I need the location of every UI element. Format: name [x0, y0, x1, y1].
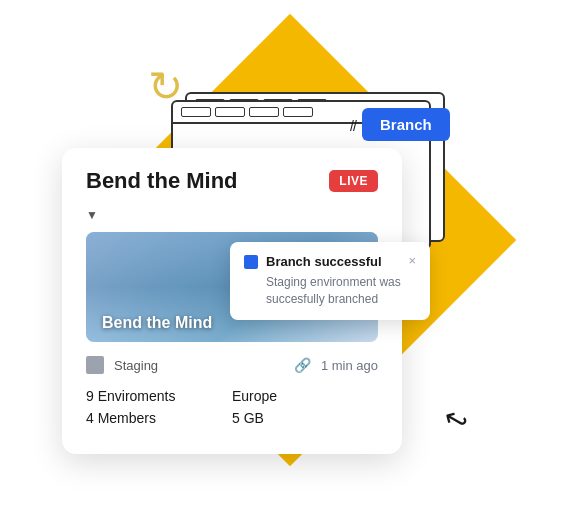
stats-row-1: 9 Enviroments Europe — [86, 388, 378, 404]
toast-header: Branch successful × — [244, 254, 416, 269]
toast-close-button[interactable]: × — [408, 254, 416, 267]
toast-title: Branch successful — [266, 254, 400, 269]
staging-icon — [86, 356, 104, 374]
toast-notification: Branch successful × Staging environment … — [230, 242, 430, 320]
card-header: Bend the Mind LIVE — [86, 168, 378, 194]
branch-button[interactable]: Branch — [362, 108, 450, 141]
card-image-text: Bend the Mind — [102, 314, 212, 332]
live-badge: LIVE — [329, 170, 378, 192]
time-label: 1 min ago — [321, 358, 378, 373]
browser-tab — [215, 107, 245, 117]
arrow-curve-icon: ↩ — [437, 399, 473, 439]
browser-tab — [283, 107, 313, 117]
meta-row: Staging 🔗 1 min ago — [86, 356, 378, 374]
zigzag-lines: // — [350, 118, 356, 134]
link-icon: 🔗 — [294, 357, 311, 373]
stat-members: 4 Members — [86, 410, 232, 426]
staging-label: Staging — [114, 358, 158, 373]
scene: ↻ // Branch Bend the Mind LIVE — [0, 0, 575, 514]
stats-row-2: 4 Members 5 GB — [86, 410, 378, 426]
toast-body: Staging environment was succesfully bran… — [244, 274, 416, 308]
browser-tab — [249, 107, 279, 117]
chevron-down-icon: ▼ — [86, 208, 378, 222]
stat-region: Europe — [232, 388, 378, 404]
toast-icon — [244, 255, 258, 269]
stat-environments: 9 Enviroments — [86, 388, 232, 404]
stat-storage: 5 GB — [232, 410, 378, 426]
browser-tab — [181, 107, 211, 117]
card-title: Bend the Mind — [86, 168, 238, 194]
